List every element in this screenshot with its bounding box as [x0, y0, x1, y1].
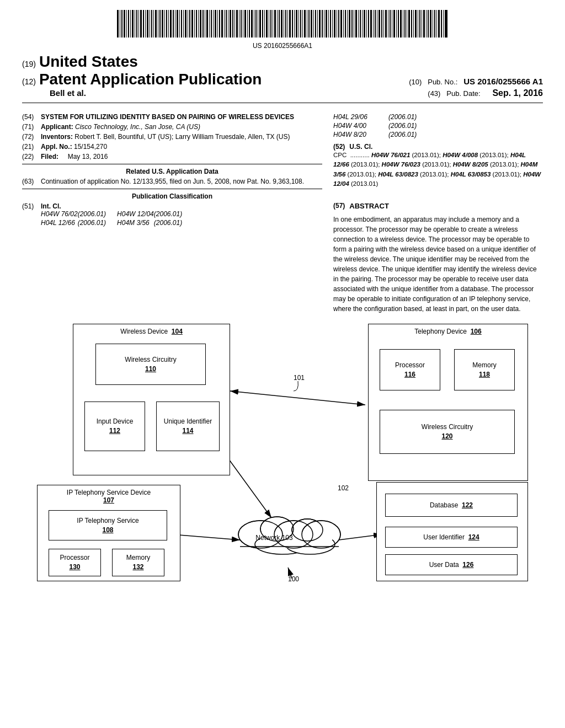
- svg-rect-2: [121, 10, 122, 38]
- svg-line-179: [288, 568, 292, 579]
- svg-rect-145: [426, 10, 427, 38]
- right-cl-row-1: H04L 29/06 (2006.01): [333, 113, 543, 121]
- svg-rect-136: [407, 10, 407, 38]
- svg-rect-110: [351, 10, 353, 38]
- svg-rect-144: [423, 10, 425, 38]
- svg-rect-22: [164, 10, 165, 38]
- svg-rect-51: [226, 10, 227, 38]
- diagram-container: 101 102: [23, 319, 542, 584]
- related-data-title: Related U.S. Application Data: [22, 168, 322, 175]
- uscl-label: U.S. Cl.: [349, 143, 372, 151]
- svg-rect-88: [304, 10, 306, 38]
- svg-rect-77: [281, 10, 282, 38]
- svg-rect-65: [255, 10, 257, 38]
- user-data-num: 126: [462, 561, 473, 569]
- svg-rect-120: [373, 10, 374, 38]
- memory-118-label: Memory: [472, 361, 496, 369]
- svg-rect-28: [177, 10, 178, 38]
- right-cl-date-3: (2006.01): [388, 131, 417, 138]
- database-box: Database 122: [385, 494, 518, 517]
- wireless-circuitry-110-box: Wireless Circuitry 110: [95, 344, 206, 385]
- svg-rect-62: [249, 10, 250, 38]
- svg-rect-134: [403, 10, 403, 38]
- svg-rect-5: [128, 10, 129, 38]
- svg-text:100: 100: [288, 575, 299, 583]
- appl-no-label: Appl. No.:: [41, 143, 72, 151]
- svg-rect-86: [300, 10, 301, 38]
- svg-rect-7: [132, 10, 134, 38]
- wireless-circuitry-120-num: 120: [441, 432, 452, 440]
- int-cl-code-4: H04M 3/56: [117, 219, 150, 227]
- svg-rect-131: [396, 10, 397, 38]
- svg-rect-85: [299, 10, 299, 38]
- barcode-image: [117, 10, 448, 38]
- processor-130-box: Processor 130: [49, 549, 101, 576]
- svg-point-170: [274, 521, 313, 548]
- svg-rect-116: [364, 10, 365, 38]
- svg-rect-80: [287, 10, 288, 38]
- user-id-label: User Identifier: [423, 533, 465, 541]
- inventors-text: Inventors: Robert T. Bell, Bountiful, UT…: [41, 133, 322, 141]
- svg-rect-70: [266, 10, 268, 38]
- wireless-circuitry-120-box: Wireless Circuitry 120: [380, 410, 515, 454]
- svg-point-163: [292, 519, 323, 541]
- inventors-label: Inventors:: [41, 133, 73, 141]
- svg-rect-127: [388, 10, 388, 38]
- int-cl-row-2: H04L 12/66 (2006.01): [41, 219, 106, 227]
- svg-rect-47: [217, 10, 218, 38]
- svg-rect-34: [189, 10, 190, 38]
- svg-rect-117: [366, 10, 367, 38]
- svg-rect-71: [269, 10, 269, 38]
- uscl-header: (52) U.S. Cl.: [333, 143, 543, 151]
- svg-rect-138: [411, 10, 412, 38]
- filed-label: Filed:: [41, 153, 58, 160]
- ip-service-label: IP Telephony Service: [77, 517, 138, 524]
- svg-rect-54: [232, 10, 233, 38]
- int-cl-section: (51) Int. Cl. H04W 76/02 (2006.01) H04W …: [22, 202, 322, 227]
- processor-130-label: Processor: [60, 554, 89, 561]
- svg-rect-128: [390, 10, 391, 38]
- telephony-device-num: 106: [471, 328, 482, 335]
- user-data-label: User Data: [429, 561, 459, 569]
- svg-rect-63: [251, 10, 253, 38]
- svg-rect-31: [183, 10, 184, 38]
- ip-service-device-label: IP Telephony Service Device: [67, 489, 151, 496]
- abstract-num: (57): [333, 202, 345, 212]
- header: (19) United States (12) Patent Applicati…: [0, 53, 565, 98]
- svg-point-160: [238, 521, 282, 548]
- appl-no-num: (21): [22, 143, 38, 151]
- svg-rect-56: [236, 10, 238, 38]
- svg-point-162: [274, 521, 313, 548]
- svg-rect-124: [381, 10, 382, 38]
- svg-rect-140: [415, 10, 417, 38]
- right-cl-code-2: H04W 4/00: [333, 122, 377, 130]
- svg-rect-41: [205, 10, 205, 38]
- svg-rect-147: [430, 10, 431, 38]
- svg-rect-66: [258, 10, 258, 38]
- svg-rect-61: [247, 10, 248, 38]
- svg-rect-148: [433, 10, 433, 38]
- svg-rect-87: [302, 10, 303, 38]
- svg-rect-68: [262, 10, 263, 38]
- svg-rect-79: [285, 10, 286, 38]
- filed-value: May 13, 2016: [68, 153, 108, 160]
- unique-id-box: Unique Identifier 114: [156, 402, 220, 451]
- title-text: SYSTEM FOR UTILIZING IDENTITY BASED ON P…: [41, 113, 322, 121]
- memory-132-num: 132: [132, 563, 143, 571]
- svg-rect-98: [326, 10, 327, 38]
- user-data-box: User Data 126: [385, 554, 518, 575]
- svg-rect-150: [436, 10, 437, 38]
- telephony-device-box: Telephony Device 106 Processor 116 Memor…: [368, 324, 528, 481]
- pub-no-num: (10): [409, 78, 422, 86]
- ip-service-num: 108: [102, 526, 113, 534]
- svg-rect-53: [230, 10, 231, 38]
- svg-rect-103: [337, 10, 337, 38]
- unique-id-num: 114: [182, 427, 193, 435]
- svg-rect-60: [244, 10, 246, 38]
- svg-rect-36: [194, 10, 195, 38]
- ip-service-device-box: IP Telephony Service Device 107 IP Telep…: [37, 485, 180, 581]
- int-cl-date-1: (2006.01): [78, 210, 106, 218]
- int-cl-row-4: H04M 3/56 (2006.01): [117, 219, 182, 227]
- svg-rect-95: [319, 10, 321, 38]
- abstract-title: ABSTRACT: [349, 202, 389, 210]
